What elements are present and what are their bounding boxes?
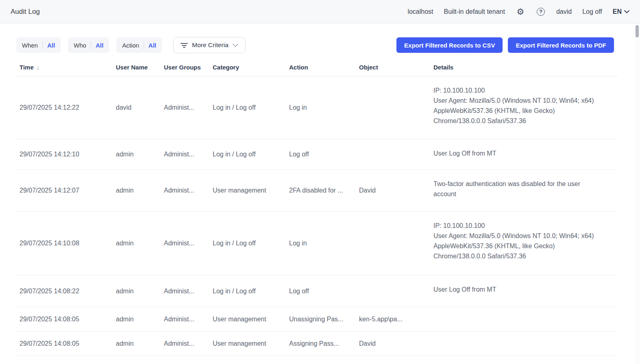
cell-user-name: admin <box>111 340 159 347</box>
filter-action-value[interactable]: All <box>148 42 156 49</box>
logoff-link[interactable]: Log off <box>582 8 602 15</box>
cell-time: 29/07/2025 14:08:05 <box>15 340 111 347</box>
cell-category: User management <box>208 316 285 323</box>
cell-details <box>429 307 618 316</box>
chevron-down-icon <box>233 43 238 47</box>
top-bar-right: localhost Built-in default tenant ⚙ ? da… <box>407 7 629 17</box>
table-row[interactable]: 29/07/2025 14:12:22 david Administ... Lo… <box>15 76 618 139</box>
cell-details: Two-factor authentication was disabled f… <box>429 170 618 199</box>
cell-details: User Log Off from MT <box>429 275 618 295</box>
more-criteria-label: More Criteria <box>192 41 229 49</box>
filter-when[interactable]: When All <box>16 37 61 53</box>
cell-category: Log in / Log off <box>208 151 285 158</box>
filter-lines-icon <box>181 42 188 48</box>
gear-icon: ⚙ <box>516 7 524 16</box>
cell-time: 29/07/2025 14:12:07 <box>15 187 111 194</box>
column-header-user-groups[interactable]: User Groups <box>159 64 208 71</box>
filter-action-label: Action <box>122 42 139 49</box>
export-csv-button[interactable]: Export Filtered Records to CSV <box>396 37 503 53</box>
cell-user-groups: Administ... <box>159 316 208 323</box>
cell-details: User Log Off from MT <box>429 139 618 158</box>
cell-user-name: admin <box>111 240 159 247</box>
question-circle-icon: ? <box>537 8 545 16</box>
column-header-category[interactable]: Category <box>208 64 285 71</box>
chevron-down-icon <box>624 10 629 13</box>
table-row[interactable]: 29/07/2025 14:10:08 admin Administ... Lo… <box>15 212 618 275</box>
table-row[interactable]: 29/07/2025 14:12:07 admin Administ... Us… <box>15 170 618 212</box>
sort-descending-icon[interactable]: ↓ <box>37 64 40 71</box>
language-selector[interactable]: EN <box>613 8 629 15</box>
filter-who[interactable]: Who All <box>68 37 109 53</box>
scrollbar-thumb[interactable] <box>636 25 639 37</box>
more-criteria-button[interactable]: More Criteria <box>173 37 246 53</box>
column-header-time[interactable]: Time ↓ <box>15 64 111 71</box>
column-header-user-name[interactable]: User Name <box>111 64 159 71</box>
cell-user-groups: Administ... <box>159 340 208 347</box>
cell-user-name: admin <box>111 151 159 158</box>
cell-user-name: admin <box>111 187 159 194</box>
language-label: EN <box>613 8 622 15</box>
audit-log-table: Time ↓ User Name User Groups Category Ac… <box>15 58 618 356</box>
column-header-details[interactable]: Details <box>429 64 618 71</box>
cell-user-groups: Administ... <box>159 240 208 247</box>
cell-time: 29/07/2025 14:12:10 <box>15 151 111 158</box>
host-label: localhost <box>407 8 433 15</box>
cell-details: IP: 10.100.10.100 User Agent: Mozilla/5.… <box>429 76 618 126</box>
export-pdf-button[interactable]: Export Filtered Records to PDF <box>508 37 614 53</box>
filter-action[interactable]: Action All <box>116 37 162 53</box>
column-header-object[interactable]: Object <box>355 64 429 71</box>
filter-who-value[interactable]: All <box>96 42 103 49</box>
scrollbar-track <box>635 24 640 364</box>
cell-user-groups: Administ... <box>159 104 208 111</box>
cell-user-groups: Administ... <box>159 187 208 194</box>
cell-category: User management <box>208 340 285 347</box>
username-label: david <box>556 8 572 15</box>
filter-who-label: Who <box>74 42 86 49</box>
table-row[interactable]: 29/07/2025 14:08:05 admin Administ... Us… <box>15 332 618 356</box>
cell-time: 29/07/2025 14:08:22 <box>15 288 111 295</box>
cell-action: Log in <box>285 240 355 247</box>
settings-button[interactable]: ⚙ <box>516 7 525 17</box>
table-row[interactable]: 29/07/2025 14:08:05 admin Administ... Us… <box>15 307 618 332</box>
divider <box>42 41 43 49</box>
cell-action: Log off <box>285 288 355 295</box>
table-row[interactable]: 29/07/2025 14:08:22 admin Administ... Lo… <box>15 275 618 307</box>
divider <box>144 41 144 49</box>
cell-user-groups: Administ... <box>159 151 208 158</box>
divider <box>91 41 91 49</box>
column-header-action[interactable]: Action <box>285 64 355 71</box>
cell-action: Unassigning Pas... <box>285 316 355 323</box>
table-header-row: Time ↓ User Name User Groups Category Ac… <box>15 58 618 76</box>
cell-category: Log in / Log off <box>208 288 285 295</box>
cell-category: Log in / Log off <box>208 240 285 247</box>
cell-action: Log in <box>285 104 355 111</box>
cell-user-name: admin <box>111 316 159 323</box>
cell-action: Log off <box>285 151 355 158</box>
cell-user-name: admin <box>111 288 159 295</box>
table-row[interactable]: 29/07/2025 14:12:10 admin Administ... Lo… <box>15 139 618 170</box>
cell-action: 2FA disabled for ... <box>285 187 355 194</box>
top-bar: Audit Log localhost Built-in default ten… <box>0 0 640 24</box>
cell-time: 29/07/2025 14:08:05 <box>15 316 111 323</box>
filter-bar: When All Who All Action All More Criteri… <box>16 37 614 53</box>
filter-when-label: When <box>22 42 38 49</box>
cell-object: ken-5.app\pa... <box>355 316 429 323</box>
cell-user-name: david <box>111 104 159 111</box>
cell-time: 29/07/2025 14:10:08 <box>15 240 111 247</box>
cell-user-groups: Administ... <box>159 288 208 295</box>
cell-time: 29/07/2025 14:12:22 <box>15 104 111 111</box>
cell-category: Log in / Log off <box>208 104 285 111</box>
cell-details <box>429 332 618 340</box>
filter-when-value[interactable]: All <box>47 42 55 49</box>
cell-object: David <box>355 340 429 347</box>
tenant-selector[interactable]: Built-in default tenant <box>444 8 505 15</box>
page-title: Audit Log <box>11 8 40 16</box>
cell-details: IP: 10.100.10.100 User Agent: Mozilla/5.… <box>429 212 618 261</box>
help-button[interactable]: ? <box>536 7 546 17</box>
cell-object: David <box>355 187 429 194</box>
cell-category: User management <box>208 187 285 194</box>
cell-action: Assigning Pass... <box>285 340 355 347</box>
